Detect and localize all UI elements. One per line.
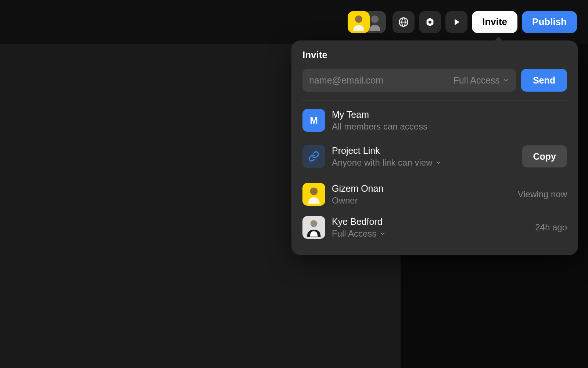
settings-button[interactable] xyxy=(419,11,441,33)
member-role-0: Owner xyxy=(332,195,511,206)
presence-avatar-1[interactable] xyxy=(348,11,370,33)
link-icon xyxy=(302,145,325,168)
svg-point-7 xyxy=(311,220,318,227)
team-access-item[interactable]: M My Team All members can access xyxy=(302,102,567,138)
play-button[interactable] xyxy=(445,11,467,33)
play-icon xyxy=(451,17,462,27)
email-row: Full Access Send xyxy=(302,69,567,92)
link-name: Project Link xyxy=(332,145,516,156)
divider xyxy=(302,176,567,176)
svg-point-1 xyxy=(371,15,379,23)
access-level-dropdown[interactable]: Full Access xyxy=(453,75,509,86)
chevron-down-icon xyxy=(503,77,509,84)
link-access-dropdown[interactable]: Anyone with link can view xyxy=(332,158,516,168)
popover-title: Invite xyxy=(302,49,567,61)
divider xyxy=(302,100,567,101)
svg-point-5 xyxy=(429,20,431,23)
member-status-0: Viewing now xyxy=(518,189,567,199)
link-info: Project Link Anyone with link can view xyxy=(332,145,516,168)
email-input-wrapper: Full Access xyxy=(302,69,516,92)
member-info-1: Kye Bedford Full Access xyxy=(332,216,528,239)
chevron-down-icon xyxy=(379,230,386,237)
team-info: My Team All members can access xyxy=(332,109,567,132)
email-input[interactable] xyxy=(309,75,453,86)
team-icon: M xyxy=(302,109,325,132)
globe-button[interactable] xyxy=(392,11,415,33)
link-access-item: Project Link Anyone with link can view C… xyxy=(302,138,567,174)
member-role-dropdown-1[interactable]: Full Access xyxy=(332,229,528,239)
member-status-1: 24h ago xyxy=(535,222,567,233)
presence-avatars[interactable] xyxy=(348,11,386,33)
team-description: All members can access xyxy=(332,121,567,132)
member-name-1: Kye Bedford xyxy=(332,216,528,227)
team-name: My Team xyxy=(332,109,567,120)
hexagon-icon xyxy=(425,17,435,27)
member-info-0: Gizem Onan Owner xyxy=(332,183,511,206)
globe-icon xyxy=(398,17,409,27)
member-avatar-1 xyxy=(302,216,325,239)
member-avatar-0 xyxy=(302,183,325,206)
copy-button[interactable]: Copy xyxy=(522,145,567,167)
chevron-down-icon xyxy=(435,159,442,166)
svg-point-0 xyxy=(355,15,362,23)
member-row-0: Gizem Onan Owner Viewing now xyxy=(302,178,567,211)
invite-button[interactable]: Invite xyxy=(472,11,517,33)
access-level-label: Full Access xyxy=(453,75,499,86)
link-description: Anyone with link can view xyxy=(332,158,432,168)
invite-popover: Invite Full Access Send M My Team All me… xyxy=(291,40,578,255)
publish-button[interactable]: Publish xyxy=(522,11,577,33)
svg-point-6 xyxy=(310,187,318,195)
send-button[interactable]: Send xyxy=(521,69,567,92)
member-name-0: Gizem Onan xyxy=(332,183,511,194)
member-row-1: Kye Bedford Full Access 24h ago xyxy=(302,211,567,244)
